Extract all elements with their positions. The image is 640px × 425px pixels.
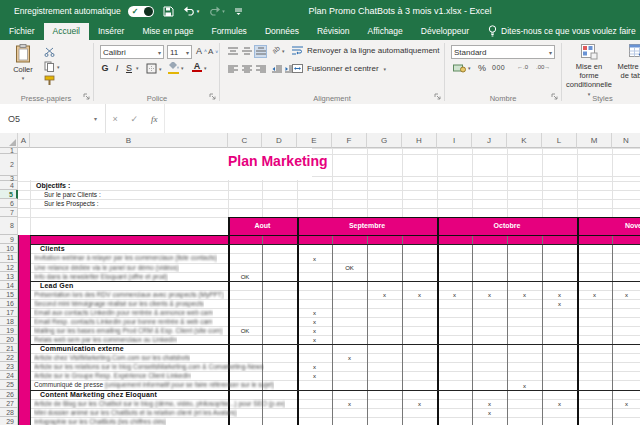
cell-J15-mark[interactable]: x xyxy=(472,290,507,299)
tab-accueil[interactable]: Accueil xyxy=(44,23,89,40)
select-all-corner[interactable] xyxy=(0,133,18,148)
row-header-16[interactable]: 16 xyxy=(0,299,18,308)
column-header-E[interactable]: E xyxy=(297,133,332,148)
row-header-8[interactable]: 8 xyxy=(0,217,18,235)
orientation-dropdown-arrow[interactable]: ▾ xyxy=(282,48,285,54)
cell-M15-mark[interactable]: x xyxy=(577,290,612,299)
row-header-14[interactable]: 14 xyxy=(0,281,18,290)
insert-function-icon[interactable]: fx xyxy=(151,114,158,124)
tab-développeur[interactable]: Développeur xyxy=(412,23,478,40)
undo-button[interactable]: ▾ xyxy=(183,6,200,16)
copy-button[interactable]: ▾ xyxy=(44,61,60,72)
cell-L27-mark[interactable]: x xyxy=(542,399,577,408)
cut-button[interactable] xyxy=(44,47,56,57)
column-header-G[interactable]: G xyxy=(367,133,402,148)
conditional-formatting-button[interactable]: Mise en forme conditionnelle ▾ xyxy=(566,44,612,99)
row-header-24[interactable]: 24 xyxy=(0,371,18,380)
comma-style-button[interactable]: 000 xyxy=(492,64,505,71)
row-header-26[interactable]: 26 xyxy=(0,390,18,399)
font-color-button[interactable]: A xyxy=(192,62,202,72)
row-header-15[interactable]: 15 xyxy=(0,290,18,299)
column-header-F[interactable]: F xyxy=(332,133,367,148)
cell-K25-mark[interactable]: x xyxy=(507,380,542,390)
row-header-2[interactable]: 2 xyxy=(0,154,18,176)
cell-L16-mark[interactable]: x xyxy=(542,299,577,308)
shrink-font-button[interactable]: A˅ xyxy=(208,47,218,56)
row-header-21[interactable]: 21 xyxy=(0,344,18,353)
formula-input[interactable] xyxy=(165,104,640,133)
number-format-select[interactable]: Standard▾ xyxy=(451,45,555,59)
align-middle-button[interactable] xyxy=(240,45,253,58)
tell-me-box[interactable]: Dites-nous ce que vous voulez faire xyxy=(488,25,636,40)
cell-H27-mark[interactable]: x xyxy=(402,399,437,408)
row-header-29[interactable]: 29 xyxy=(0,417,18,425)
column-header-H[interactable]: H xyxy=(402,133,437,148)
cell-E11-mark[interactable]: x xyxy=(297,253,332,263)
accounting-format-button[interactable]: ▾ xyxy=(453,63,471,73)
paste-button[interactable]: Coller ▾ xyxy=(6,44,40,83)
number-dialog-launcher[interactable] xyxy=(551,93,558,102)
copy-dropdown-arrow[interactable]: ▾ xyxy=(57,64,60,70)
cell-H15-mark[interactable]: x xyxy=(402,290,437,299)
currency-dropdown-arrow[interactable]: ▾ xyxy=(468,65,471,71)
confirm-entry-icon[interactable]: ✓ xyxy=(131,114,139,124)
wrap-text-button[interactable]: Renvoyer à la ligne automatiquement xyxy=(292,46,440,55)
row-header-5[interactable]: 5 xyxy=(0,190,18,199)
undo-dropdown-arrow[interactable]: ▾ xyxy=(197,8,200,14)
column-header-D[interactable]: D xyxy=(262,133,297,148)
row-header-22[interactable]: 22 xyxy=(0,353,18,362)
merge-center-button[interactable]: Fusionner et centrer ▾ xyxy=(292,64,386,73)
paste-dropdown-arrow[interactable]: ▾ xyxy=(6,74,40,83)
cell-C19-mark[interactable]: OK xyxy=(228,326,262,335)
font-name-select[interactable]: Calibri▾ xyxy=(100,45,164,59)
column-header-C[interactable]: C xyxy=(228,133,262,148)
tab-fichier[interactable]: Fichier xyxy=(0,23,44,40)
underline-dropdown-arrow[interactable]: ▾ xyxy=(136,65,139,71)
align-bottom-button[interactable] xyxy=(254,45,267,58)
row-header-28[interactable]: 28 xyxy=(0,408,18,417)
column-header-I[interactable]: I xyxy=(437,133,472,148)
cell-E20-mark[interactable]: x xyxy=(297,335,332,344)
tab-données[interactable]: Données xyxy=(256,23,308,40)
align-right-button[interactable] xyxy=(254,63,267,76)
align-left-button[interactable] xyxy=(226,63,239,76)
cell-L15-mark[interactable]: x xyxy=(542,290,577,299)
row-header-18[interactable]: 18 xyxy=(0,317,18,326)
cell-F22-mark[interactable]: x xyxy=(332,353,367,362)
cell-J27-mark[interactable]: x xyxy=(472,399,507,408)
font-color-dropdown-arrow[interactable]: ▾ xyxy=(204,65,207,71)
column-header-J[interactable]: J xyxy=(472,133,507,148)
cell-G15-mark[interactable]: x xyxy=(367,290,402,299)
font-dialog-launcher[interactable] xyxy=(209,93,216,102)
row-header-27[interactable]: 27 xyxy=(0,399,18,408)
row-header-9[interactable]: 9 xyxy=(0,235,18,244)
row-header-19[interactable]: 19 xyxy=(0,326,18,335)
increase-decimal-button[interactable]: ←.0 xyxy=(517,64,528,70)
column-header-M[interactable]: M xyxy=(577,133,612,148)
redo-button[interactable]: ▾ xyxy=(208,6,225,16)
cell-N27-mark[interactable]: x xyxy=(612,399,640,408)
percent-style-button[interactable]: % xyxy=(478,63,486,73)
cell-F27-mark[interactable]: x xyxy=(332,399,367,408)
format-as-table-button[interactable]: Mettre sous de table... xyxy=(612,44,640,80)
tab-affichage[interactable]: Affichage xyxy=(359,23,412,40)
row-header-25[interactable]: 25 xyxy=(0,380,18,390)
cell-E17-mark[interactable]: x xyxy=(297,308,332,317)
align-center-button[interactable] xyxy=(240,63,253,76)
row-header-4[interactable]: 4 xyxy=(0,181,18,190)
row-header-6[interactable]: 6 xyxy=(0,199,18,208)
font-size-select[interactable]: 11▾ xyxy=(167,45,192,59)
cell-C13-mark[interactable]: OK xyxy=(228,272,262,281)
row-header-23[interactable]: 23 xyxy=(0,362,18,371)
cell-N15-mark[interactable]: x xyxy=(612,290,640,299)
fill-dropdown-arrow[interactable]: ▾ xyxy=(181,65,184,71)
borders-button[interactable]: ▾ xyxy=(146,63,162,74)
row-header-12[interactable]: 12 xyxy=(0,263,18,272)
decrease-indent-button[interactable] xyxy=(270,63,283,76)
column-header-K[interactable]: K xyxy=(507,133,542,148)
name-box[interactable]: O5 ▾ xyxy=(0,104,106,133)
format-painter-button[interactable] xyxy=(44,75,55,86)
cell-E19-mark[interactable]: x xyxy=(297,326,332,335)
row-header-20[interactable]: 20 xyxy=(0,335,18,344)
align-dialog-launcher[interactable] xyxy=(434,93,441,102)
